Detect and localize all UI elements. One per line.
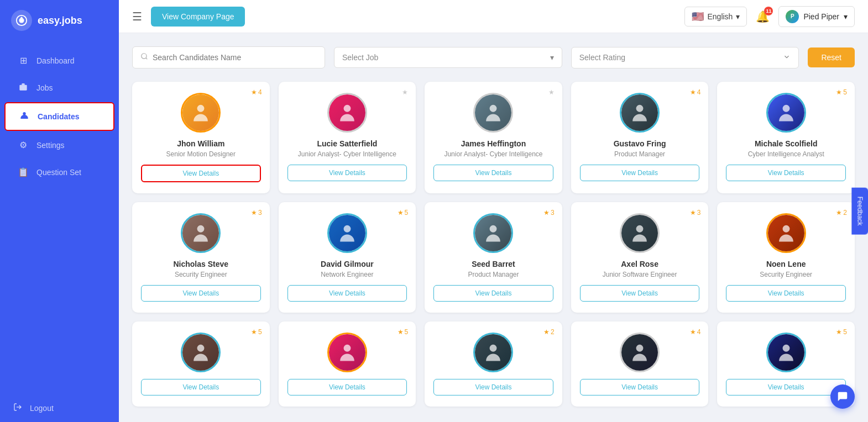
avatar	[766, 93, 806, 133]
candidate-name: Seed Barret	[472, 260, 515, 268]
candidate-card: ★ 4View Details	[571, 321, 709, 407]
candidate-name: Nicholas Steve	[173, 260, 228, 268]
avatar	[620, 93, 660, 133]
main-content: ☰ View Company Page 🇺🇸 English ▾ 🔔 11 P …	[119, 0, 868, 422]
search-box[interactable]	[132, 46, 325, 68]
view-details-button[interactable]: View Details	[433, 165, 553, 181]
view-details-button[interactable]: View Details	[141, 379, 261, 395]
avatar	[181, 213, 221, 253]
language-selector[interactable]: 🇺🇸 English ▾	[684, 7, 747, 27]
company-logo: P	[786, 10, 799, 23]
candidate-role: Product Manager	[614, 150, 665, 158]
feedback-tab[interactable]: Feedback	[852, 188, 868, 235]
star-icon: ★	[543, 328, 550, 336]
view-details-button[interactable]: View Details	[726, 379, 846, 395]
star-icon: ★	[543, 209, 550, 217]
rating-badge: ★ 4	[251, 88, 262, 96]
candidate-name: Jhon William	[177, 139, 224, 148]
view-details-button[interactable]: View Details	[580, 165, 700, 181]
sidebar-item-candidates[interactable]: Candidates	[4, 102, 114, 131]
hamburger-button[interactable]: ☰	[132, 10, 142, 23]
rating-badge: ★ 4	[690, 88, 701, 96]
sidebar-item-label-dashboard: Dashboard	[36, 56, 75, 65]
settings-icon: ⚙	[18, 140, 29, 150]
rating-badge: ★ 2	[543, 328, 555, 336]
svg-point-15	[490, 225, 497, 233]
svg-point-11	[636, 105, 644, 112]
candidate-card: ★ 5David GilmourNetwork EngineerView Det…	[279, 202, 416, 313]
candidate-role: Junior Software Engineer	[603, 271, 677, 278]
sidebar-item-settings[interactable]: ⚙ Settings	[4, 132, 114, 158]
rating-badge: ★ 4	[690, 328, 701, 336]
job-filter[interactable]: Select Job ▾	[334, 47, 562, 68]
logout-label: Logout	[30, 404, 54, 413]
logo[interactable]: easy.jobs	[0, 0, 119, 41]
view-details-button[interactable]: View Details	[141, 165, 261, 182]
svg-point-4	[23, 112, 25, 115]
view-details-button[interactable]: View Details	[287, 165, 407, 181]
candidate-card: ★ 5View Details	[132, 321, 270, 407]
view-details-button[interactable]: View Details	[287, 379, 407, 395]
candidate-role: Cyber Intelligence Analyst	[748, 150, 824, 158]
view-details-button[interactable]: View Details	[141, 285, 261, 302]
candidate-role: Junior Analyst- Cyber Intelligence	[444, 150, 542, 158]
dashboard-icon: ⊞	[18, 55, 29, 66]
header-right: 🇺🇸 English ▾ 🔔 11 P Pied Piper ▾	[684, 6, 855, 27]
avatar	[327, 213, 367, 253]
company-name: Pied Piper	[803, 12, 839, 21]
candidate-name: David Gilmour	[321, 260, 374, 268]
candidate-role: Network Engineer	[321, 271, 373, 278]
svg-point-8	[197, 105, 205, 112]
sidebar: easy.jobs ⊞ Dashboard Jobs Candidates ⚙ …	[0, 0, 119, 422]
search-input[interactable]	[153, 53, 317, 62]
view-details-button[interactable]: View Details	[287, 285, 407, 302]
rating-badge: ★	[548, 88, 555, 96]
rating-badge: ★ 3	[690, 209, 701, 217]
star-icon: ★	[251, 209, 257, 217]
company-selector[interactable]: P Pied Piper ▾	[778, 6, 855, 27]
rating-badge: ★ 5	[836, 88, 847, 96]
view-details-button[interactable]: View Details	[433, 285, 553, 302]
sidebar-item-question-set[interactable]: 📋 Question Set	[4, 159, 114, 185]
candidate-card: ★ 3Seed BarretProduct ManagerView Detail…	[425, 202, 562, 313]
rating-filter[interactable]: Select Rating	[571, 47, 799, 68]
svg-point-14	[343, 225, 351, 233]
view-details-button[interactable]: View Details	[726, 165, 846, 181]
avatar	[181, 93, 221, 133]
rating-filter-chevron-icon	[783, 53, 791, 62]
candidates-icon	[19, 111, 30, 122]
page-content: Select Job ▾ Select Rating Reset ★ 4Jhon…	[119, 33, 868, 422]
avatar	[766, 213, 806, 253]
view-company-button[interactable]: View Company Page	[151, 7, 245, 27]
svg-point-17	[782, 225, 789, 233]
svg-point-16	[636, 225, 644, 233]
sidebar-item-dashboard[interactable]: ⊞ Dashboard	[4, 48, 114, 73]
star-icon: ★	[836, 209, 842, 217]
candidate-role: Product Manager	[468, 271, 519, 278]
view-details-button[interactable]: View Details	[726, 285, 846, 302]
logout-button[interactable]: Logout	[0, 394, 119, 422]
star-icon: ★	[402, 88, 408, 96]
candidates-grid: ★ 4Jhon WilliamSenior Motion DesignerVie…	[132, 82, 855, 407]
reset-button[interactable]: Reset	[808, 48, 855, 67]
view-details-button[interactable]: View Details	[580, 285, 700, 302]
notifications-button[interactable]: 🔔 11	[756, 10, 770, 23]
chat-bubble[interactable]	[830, 384, 855, 409]
logo-text: easy.jobs	[38, 15, 82, 27]
avatar	[327, 333, 367, 372]
view-details-button[interactable]: View Details	[580, 379, 700, 395]
notification-badge: 11	[764, 7, 773, 15]
rating-badge: ★ 5	[251, 328, 262, 336]
candidate-card: ★ 2Noen LeneSecurity EngineerView Detail…	[717, 202, 855, 313]
sidebar-item-jobs[interactable]: Jobs	[4, 75, 114, 101]
view-details-button[interactable]: View Details	[433, 379, 553, 395]
avatar	[473, 213, 513, 253]
jobs-icon	[18, 82, 29, 93]
svg-point-19	[343, 345, 351, 352]
candidate-name: James Heffington	[461, 139, 526, 148]
candidate-card: ★ 4Gustavo FringProduct ManagerView Deta…	[571, 82, 709, 193]
candidate-name: Michale Scolfield	[755, 139, 818, 148]
candidate-card: ★ 3Nicholas SteveSecurity EngineerView D…	[132, 202, 270, 313]
svg-line-7	[146, 58, 148, 60]
rating-badge: ★ 5	[398, 328, 409, 336]
